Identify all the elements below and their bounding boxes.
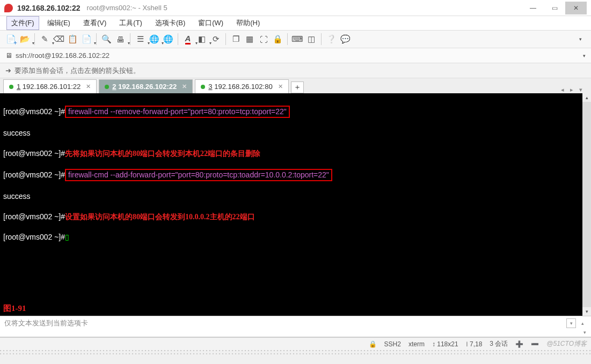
font-color-icon[interactable]: A▾ (181, 33, 194, 46)
new-session-icon[interactable]: 📄＋ (4, 33, 17, 46)
input-mode-dropdown[interactable]: ▾ (566, 318, 576, 328)
eraser-icon[interactable]: ⌫ (52, 33, 65, 46)
output-1: success (3, 128, 31, 138)
tab-close-icon[interactable]: ✕ (86, 83, 91, 90)
menu-window[interactable]: 窗口(W) (193, 16, 228, 30)
tab-close-icon[interactable]: ✕ (278, 83, 283, 90)
tab-row: 1 192.168.26.101:22 ✕ 2 192.168.26.102:2… (0, 78, 591, 93)
menu-edit[interactable]: 编辑(E) (42, 16, 75, 30)
cursor: ▯ (65, 232, 69, 242)
command-1-box: firewall-cmd --remove-forward-port="port… (65, 106, 290, 118)
edit-icon[interactable]: ✎▾ (38, 33, 51, 46)
figure-label: 图1-91 (3, 303, 26, 314)
status-dot-icon (9, 85, 13, 89)
tab-close-icon[interactable]: ✕ (182, 83, 187, 90)
status-dot-icon (201, 85, 205, 89)
menu-tab[interactable]: 选项卡(B) (150, 16, 190, 30)
tile-icon[interactable]: ▦ (243, 33, 256, 46)
menu-view[interactable]: 查看(V) (78, 16, 111, 30)
status-sessions: 3 会话 (490, 339, 508, 348)
properties-icon[interactable]: ☰▾ (134, 33, 147, 46)
session-icon[interactable]: 🌐 (162, 33, 174, 46)
scroll-down-icon[interactable]: ▾ (582, 307, 591, 316)
input-placeholder: 仅将文本发送到当前选项卡 (4, 318, 88, 328)
tip-bar: ➜ 要添加当前会话，点击左侧的箭头按钮。 (0, 63, 591, 78)
status-minus-icon[interactable]: ➖ (531, 340, 539, 348)
help-icon[interactable]: ❔ (325, 33, 338, 46)
resize-grip[interactable] (0, 350, 591, 355)
window-title-main: 192.168.26.102:22 (17, 4, 81, 12)
status-size-arrows: ↕ (432, 340, 435, 348)
window-title-sub: root@vms002:~ - Xshell 5 (87, 4, 167, 12)
add-session-arrow-icon[interactable]: ➜ (5, 66, 11, 75)
toolbar: 📄＋ 📂▾ ✎▾ ⌫ 📋 📄▾ 🔍 🖶▾ ☰▾ 🌐▾ 🌐 A▾ ◧▾ ⟳ ❐ ▦… (0, 30, 591, 48)
tab-1[interactable]: 1 192.168.26.101:22 ✕ (3, 79, 97, 93)
lock-icon[interactable]: 🔒 (271, 33, 284, 46)
tip-text: 要添加当前会话，点击左侧的箭头按钮。 (14, 66, 140, 76)
minimize-button[interactable]: — (522, 2, 544, 14)
menu-help[interactable]: 帮助(H) (231, 16, 265, 30)
command-2-box: firewall-cmd --add-forward-port="port=80… (65, 169, 332, 181)
menubar: 文件(F) 编辑(E) 查看(V) 工具(T) 选项卡(B) 窗口(W) 帮助(… (0, 16, 591, 30)
input-scroll-up[interactable]: ▴ (578, 321, 587, 326)
menu-file[interactable]: 文件(F) (6, 16, 39, 30)
scroll-up-icon[interactable]: ▴ (582, 93, 591, 102)
status-termtype: xterm (408, 340, 425, 348)
color-scheme-icon[interactable]: ◧▾ (195, 33, 208, 46)
reconnect-icon[interactable]: ⟳ (209, 33, 222, 46)
tab-3[interactable]: 3 192.168.26.102:80 ✕ (195, 79, 288, 93)
maximize-button[interactable]: ▭ (544, 2, 565, 14)
terminal-scrollbar[interactable]: ▴ ▾ (582, 93, 591, 316)
status-dot-icon (105, 85, 109, 89)
globe-icon[interactable]: 🌐▾ (148, 33, 160, 46)
status-protocol: SSH2 (384, 340, 401, 348)
status-bar: 🔒 SSH2 xterm ↕ 118x21 ⁞ 7,18 3 会话 ➕ ➖ @5… (0, 337, 591, 350)
copy-icon[interactable]: 📋 (66, 33, 79, 46)
address-text: ssh://root@192.168.26.102:22 (16, 51, 110, 60)
output-2: success (3, 191, 31, 202)
annotation-2: 设置如果访问本机的80端口会转发到10.0.0.2主机的22端口 (65, 212, 255, 222)
search-icon[interactable]: 🔍 (100, 33, 113, 46)
tab-2[interactable]: 2 192.168.26.102:22 ✕ (99, 79, 193, 93)
input-bar[interactable]: 仅将文本发送到当前选项卡 ▾ ▴ (0, 316, 591, 330)
chat-icon[interactable]: 💬 (339, 33, 352, 46)
app-icon (4, 4, 13, 12)
address-overflow-icon[interactable]: ▾ (583, 53, 586, 58)
ssh-indicator-icon: 🖥 (5, 51, 12, 60)
input-scroll-down[interactable]: ▾ (580, 330, 589, 337)
annotation-1: 先将如果访问本机的80端口会转发到本机22端口的条目删除 (65, 148, 260, 159)
fullscreen-icon[interactable]: ⛶ (257, 33, 270, 46)
print-icon[interactable]: 🖶▾ (114, 33, 127, 46)
panel-icon[interactable]: ◫ (305, 33, 318, 46)
open-session-icon[interactable]: 📂▾ (18, 33, 31, 46)
toolbar-overflow-icon[interactable]: ▾ (574, 33, 587, 46)
status-cursor: 7,18 (470, 340, 482, 348)
tab-scroll-arrows[interactable]: ◂ ▸ ▾ (561, 86, 588, 93)
menu-tools[interactable]: 工具(T) (114, 16, 147, 30)
watermark: @51CTO博客 (546, 339, 587, 348)
paste-icon[interactable]: 📄▾ (80, 33, 93, 46)
status-size: 118x21 (437, 340, 458, 348)
status-lock-icon: 🔒 (369, 340, 377, 348)
address-bar[interactable]: 🖥 ssh://root@192.168.26.102:22 ▾ (0, 48, 591, 63)
terminal[interactable]: [root@vms002 ~]# firewall-cmd --remove-f… (0, 93, 591, 316)
add-tab-button[interactable]: ＋ (291, 81, 304, 93)
titlebar: 192.168.26.102:22 root@vms002:~ - Xshell… (0, 0, 591, 16)
keyboard-icon[interactable]: ⌨ (291, 33, 304, 46)
close-button[interactable]: ✕ (565, 2, 587, 14)
status-plus-icon[interactable]: ➕ (515, 340, 523, 348)
cascade-icon[interactable]: ❐ (229, 33, 242, 46)
